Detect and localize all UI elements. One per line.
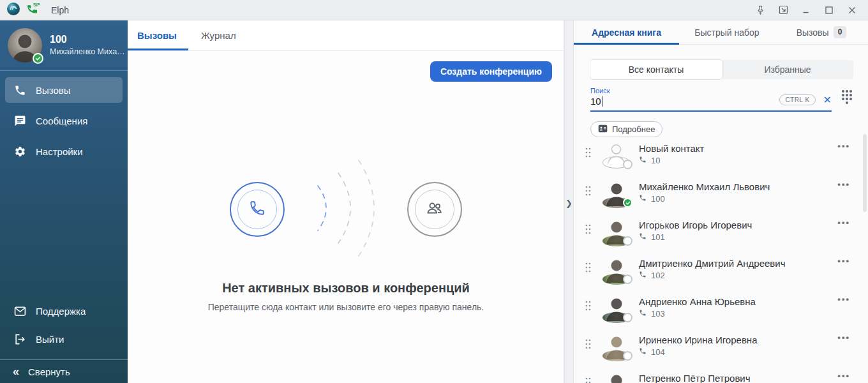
empty-state-title: Нет активных вызовов и конференций bbox=[128, 281, 564, 296]
tab-journal[interactable]: Журнал bbox=[188, 20, 249, 50]
contacts-panel: Адресная книга Быстрый набор Вызовы 0 Вс… bbox=[574, 20, 868, 383]
tab-label: Журнал bbox=[201, 30, 236, 41]
more-menu-icon[interactable]: ••• bbox=[837, 371, 850, 380]
phone-icon bbox=[13, 83, 27, 97]
create-conference-button[interactable]: Создать конференцию bbox=[430, 61, 552, 82]
contact-number: 101 bbox=[651, 232, 665, 242]
logout-icon bbox=[13, 332, 27, 346]
online-status-badge bbox=[623, 198, 632, 207]
tab-speed-dial[interactable]: Быстрый набор bbox=[679, 20, 775, 44]
contact-row[interactable]: Ириненко Ирина Игоревна 104 ••• bbox=[574, 326, 868, 364]
clear-search-icon[interactable]: ✕ bbox=[823, 95, 832, 105]
double-chevron-left-icon: « bbox=[13, 366, 19, 377]
dialpad-icon[interactable] bbox=[841, 89, 853, 112]
sidebar-item-messages[interactable]: Сообщения bbox=[5, 108, 123, 133]
contact-name: Андриенко Анна Юрьевна bbox=[639, 296, 837, 307]
contacts-segmented-control: Все контакты Избранные bbox=[590, 60, 853, 79]
tab-label: Адресная книга bbox=[592, 27, 661, 38]
tab-label: Вызовы bbox=[137, 30, 177, 41]
contact-list: Новый контакт 10 ••• bbox=[574, 135, 868, 383]
app-title: Elph bbox=[51, 5, 69, 15]
chat-icon bbox=[13, 114, 27, 128]
drag-handle-icon[interactable] bbox=[585, 339, 592, 352]
more-menu-icon[interactable]: ••• bbox=[837, 141, 850, 151]
elph-app-window: SIP Elph bbox=[0, 0, 868, 383]
tab-calls-right[interactable]: Вызовы 0 bbox=[775, 20, 868, 44]
collapse-window-icon[interactable] bbox=[776, 3, 790, 17]
phone-icon bbox=[639, 309, 647, 319]
more-menu-icon[interactable]: ••• bbox=[837, 294, 850, 304]
main-calls-area: Вызовы Журнал Создать конференцию bbox=[128, 20, 564, 383]
drag-handle-icon[interactable] bbox=[585, 224, 592, 237]
more-menu-icon[interactable]: ••• bbox=[837, 218, 850, 227]
contact-number: 102 bbox=[651, 271, 665, 280]
contact-row[interactable]: Новый контакт 10 ••• bbox=[574, 135, 868, 173]
main-tab-bar: Вызовы Журнал bbox=[128, 20, 564, 51]
contact-name: Новый контакт bbox=[639, 143, 837, 154]
search-input[interactable]: Поиск 10 CTRL K ✕ bbox=[590, 87, 832, 112]
drag-handle-icon[interactable] bbox=[585, 186, 592, 199]
status-badge bbox=[623, 313, 632, 322]
sidebar-item-label: Сообщения bbox=[36, 116, 87, 126]
contact-number: 100 bbox=[651, 194, 665, 204]
call-circle bbox=[230, 182, 285, 237]
empty-state-subtitle: Перетащите сюда контакт или вызовите его… bbox=[128, 302, 564, 312]
calls-count-badge: 0 bbox=[834, 26, 847, 38]
sidebar-item-label: Выйти bbox=[36, 334, 64, 345]
conference-circle bbox=[407, 182, 462, 237]
contact-number: 10 bbox=[651, 156, 660, 165]
drag-handle-icon[interactable] bbox=[585, 301, 592, 313]
chevron-right-icon: ❯ bbox=[565, 199, 572, 208]
minimize-icon[interactable] bbox=[799, 3, 813, 17]
more-menu-icon[interactable]: ••• bbox=[837, 256, 850, 266]
details-button-label: Подробнее bbox=[612, 124, 655, 134]
svg-text:SIP: SIP bbox=[33, 3, 40, 7]
contact-name: Ириненко Ирина Игоревна bbox=[639, 334, 837, 345]
panel-resize-handle[interactable]: ❯ bbox=[564, 20, 574, 383]
collapse-sidebar-button[interactable]: « Свернуть bbox=[0, 359, 128, 383]
drag-handle-icon[interactable] bbox=[585, 262, 592, 275]
status-badge bbox=[623, 236, 632, 246]
more-menu-icon[interactable]: ••• bbox=[837, 179, 850, 189]
contact-row[interactable]: Михайленко Михаил Львович 100 ••• bbox=[574, 173, 868, 211]
tab-address-book[interactable]: Адресная книга bbox=[574, 20, 679, 44]
tab-label: Быстрый набор bbox=[694, 27, 759, 38]
gear-icon bbox=[13, 144, 27, 158]
tab-calls[interactable]: Вызовы bbox=[128, 20, 188, 50]
status-badge bbox=[623, 160, 632, 169]
segment-favorites[interactable]: Избранные bbox=[722, 60, 853, 79]
collapse-label: Свернуть bbox=[28, 366, 70, 377]
contact-card-icon bbox=[598, 124, 608, 135]
sidebar-item-calls[interactable]: Вызовы bbox=[5, 77, 123, 103]
contact-row[interactable]: Игорьков Игорь Игоревич 101 ••• bbox=[574, 211, 868, 250]
sidebar-item-settings[interactable]: Настройки bbox=[5, 139, 123, 164]
empty-state: Нет активных вызовов и конференций Перет… bbox=[128, 153, 564, 312]
contact-row[interactable]: Андриенко Анна Юрьевна 103 ••• bbox=[574, 288, 868, 326]
drag-handle-icon[interactable] bbox=[585, 147, 592, 160]
maximize-icon[interactable] bbox=[822, 3, 836, 17]
sidebar-item-logout[interactable]: Выйти bbox=[5, 326, 123, 352]
segment-all-contacts[interactable]: Все контакты bbox=[590, 60, 722, 79]
sidebar-item-label: Вызовы bbox=[36, 85, 71, 96]
phone-icon bbox=[639, 194, 647, 204]
contact-name: Петренко Пётр Петрович bbox=[639, 373, 837, 383]
user-profile[interactable]: 100 Михайленко Михаи… bbox=[0, 20, 128, 71]
sip-phone-icon: SIP bbox=[26, 1, 42, 19]
contact-row[interactable]: Дмитриенко Дмитрий Андреевич 102 ••• bbox=[574, 250, 868, 288]
contact-name: Игорьков Игорь Игоревич bbox=[639, 220, 837, 230]
contact-number: 104 bbox=[651, 347, 665, 357]
contact-row[interactable]: Петренко Пётр Петрович ••• bbox=[574, 364, 868, 383]
scrollbar-thumb[interactable] bbox=[863, 134, 867, 212]
status-badge bbox=[623, 351, 632, 361]
text-caret bbox=[602, 96, 603, 107]
contact-name: Михайленко Михаил Львович bbox=[639, 181, 837, 192]
drag-handle-icon[interactable] bbox=[585, 377, 592, 383]
sidebar-item-label: Настройки bbox=[36, 146, 83, 157]
search-label: Поиск bbox=[590, 87, 832, 94]
close-icon[interactable] bbox=[845, 3, 859, 17]
more-menu-icon[interactable]: ••• bbox=[837, 333, 850, 342]
sidebar-item-support[interactable]: Поддержка bbox=[5, 298, 123, 324]
contact-number: 103 bbox=[651, 309, 665, 319]
user-extension: 100 bbox=[50, 34, 125, 45]
pin-icon[interactable] bbox=[753, 3, 767, 17]
